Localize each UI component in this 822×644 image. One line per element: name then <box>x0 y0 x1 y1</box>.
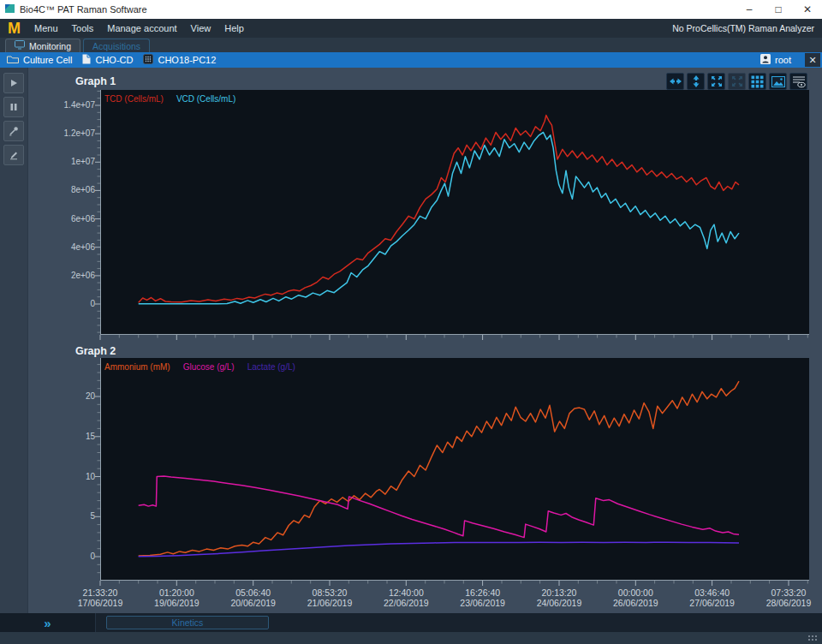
annotation-pen-icon <box>9 150 19 160</box>
snapshot-icon[interactable] <box>769 73 787 90</box>
graph2-ytick-label: 15 <box>47 432 95 441</box>
graph1-title: Graph 1 <box>75 75 116 87</box>
play-button[interactable] <box>3 73 24 93</box>
tab-monitoring-label: Monitoring <box>29 41 71 51</box>
close-button[interactable]: ✕ <box>793 0 822 19</box>
brand-m-logo: M <box>8 21 19 36</box>
graph2-ytick-label: 10 <box>47 472 95 481</box>
play-icon <box>9 78 19 88</box>
graph1-toolbar <box>666 73 807 90</box>
graph2-plot-area[interactable] <box>100 358 809 581</box>
series-1-line <box>139 133 739 304</box>
user-menu[interactable]: root <box>760 54 791 66</box>
x-tick-label: 03:46:4027/06/2019 <box>674 587 751 608</box>
graph2-ytick-label: 20 <box>47 391 95 401</box>
menu-item-view[interactable]: View <box>184 23 218 33</box>
legend-item-ammonium[interactable]: Ammonium (mM) <box>104 362 170 372</box>
resize-grip[interactable] <box>807 635 818 642</box>
pan-vertical-icon[interactable] <box>687 73 705 90</box>
x-tick-label: 00:00:0026/06/2019 <box>597 587 674 608</box>
legend-item-vcd[interactable]: VCD (Cells/mL) <box>176 94 235 104</box>
menu-item-manage-account[interactable]: Manage account <box>100 23 183 33</box>
analyzer-status-text: No ProCellics(TM) Raman Analyzer <box>672 23 814 33</box>
context-item-label: Culture Cell <box>23 55 72 65</box>
graph1-ytick-label: 1.4e+07 <box>47 100 95 110</box>
zoom-reset-icon[interactable] <box>728 73 746 90</box>
legend-visibility-icon[interactable] <box>789 73 807 90</box>
user-name: root <box>775 55 791 65</box>
series-0-line <box>139 381 739 556</box>
x-tick-label: 21:33:2017/06/2019 <box>62 587 139 608</box>
x-tick-label: 01:20:0019/06/2019 <box>138 587 215 608</box>
legend-item-lactate[interactable]: Lactate (g/L) <box>247 362 295 372</box>
graph1-ytick-label: 1e+07 <box>47 157 95 166</box>
expand-panel-button[interactable]: » <box>0 613 96 632</box>
graph2-canvas[interactable] <box>100 358 809 581</box>
menu-item-tools[interactable]: Tools <box>65 23 101 33</box>
graph1-legend: TCD (Cells/mL) VCD (Cells/mL) <box>104 94 235 104</box>
window-title: Bio4C™ PAT Raman Software <box>20 4 147 15</box>
grid-icon[interactable] <box>748 73 766 90</box>
close-view-button[interactable]: ✕ <box>805 53 820 67</box>
context-item-label: CHO18-PC12 <box>158 55 216 65</box>
context-item-label: CHO-CD <box>95 55 133 65</box>
context-item-cho-cd[interactable]: CHO-CD <box>80 54 135 66</box>
menu-bar: M Menu Tools Manage account View Help No… <box>0 19 822 38</box>
x-tick-label: 07:33:2028/06/2019 <box>750 587 822 608</box>
menu-item-menu[interactable]: Menu <box>27 23 65 33</box>
pan-horizontal-icon[interactable] <box>666 73 684 90</box>
pipette-icon <box>9 126 19 136</box>
graph2-title: Graph 2 <box>75 345 116 357</box>
pause-icon <box>9 102 19 112</box>
tab-row: Monitoring Acquisitions <box>0 38 822 52</box>
pipette-button[interactable] <box>3 121 24 141</box>
x-tick-label: 16:26:4023/06/2019 <box>444 587 521 608</box>
graph1-canvas[interactable] <box>100 90 809 335</box>
maximize-button[interactable]: □ <box>764 0 793 19</box>
monitor-icon <box>15 40 25 51</box>
graph1-ytick-label: 6e+06 <box>47 214 95 224</box>
x-tick-label: 12:40:0022/06/2019 <box>367 587 444 608</box>
graph1-ytick-label: 8e+06 <box>47 185 95 194</box>
graph2-ytick-label: 5 <box>47 511 95 521</box>
minimize-button[interactable]: – <box>735 0 764 19</box>
file-icon <box>82 54 91 66</box>
x-tick-label: 08:53:2021/06/2019 <box>291 587 368 608</box>
annotation-button[interactable] <box>3 145 24 165</box>
user-icon <box>760 54 771 66</box>
app-window: Bio4C™ PAT Raman Software – □ ✕ M Menu T… <box>0 0 822 644</box>
context-item-cho18-pc12[interactable]: CHO18-PC12 <box>140 54 218 66</box>
series-0-line <box>139 116 739 303</box>
tab-acquisitions-label: Acquisitions <box>92 41 140 51</box>
zoom-fit-icon[interactable] <box>707 73 725 90</box>
context-bar: Culture Cell CHO-CD CHO18-PC12 root ✕ <box>0 52 822 68</box>
legend-item-tcd[interactable]: TCD (Cells/mL) <box>104 94 164 104</box>
x-tick-label: 05:06:4020/06/2019 <box>215 587 292 608</box>
graph2-ytick-label: 0 <box>47 552 95 561</box>
graph1-plot-area[interactable] <box>100 90 809 335</box>
tab-acquisitions[interactable]: Acquisitions <box>83 39 150 52</box>
axis-lines <box>100 90 809 335</box>
tab-kinetics[interactable]: Kinetics <box>106 616 269 629</box>
graph1-ytick-label: 2e+06 <box>47 271 95 280</box>
context-item-culture-cell[interactable]: Culture Cell <box>4 55 74 66</box>
title-bar: Bio4C™ PAT Raman Software – □ ✕ <box>0 0 822 19</box>
series-1-line <box>139 476 739 538</box>
graph2-legend: Ammonium (mM) Glucose (g/L) Lactate (g/L… <box>104 362 295 372</box>
graph1-ytick-label: 1.2e+07 <box>47 128 95 138</box>
legend-item-glucose[interactable]: Glucose (g/L) <box>183 362 235 372</box>
dataset-icon <box>143 54 153 66</box>
app-logo-icon <box>4 2 15 17</box>
bottom-panel: » Kinetics <box>0 613 822 632</box>
main-area: Graph 1 <box>0 68 822 613</box>
tab-monitoring[interactable]: Monitoring <box>5 39 80 52</box>
status-bar <box>0 632 822 644</box>
axis-lines <box>100 358 809 581</box>
menu-item-help[interactable]: Help <box>217 23 251 33</box>
folder-icon <box>7 55 19 66</box>
pause-button[interactable] <box>3 97 24 117</box>
x-tick-label: 20:13:2024/06/2019 <box>521 587 598 608</box>
graph1-ytick-label: 0 <box>47 299 95 308</box>
left-toolbar <box>0 68 28 613</box>
graph1-ytick-label: 4e+06 <box>47 242 95 252</box>
